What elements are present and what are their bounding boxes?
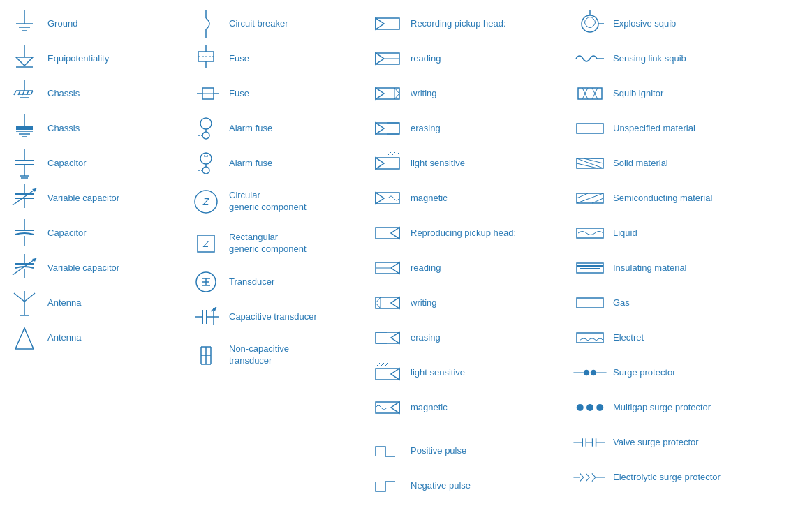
item-negative-pulse: Negative pulse	[370, 469, 566, 503]
svg-line-139	[584, 158, 603, 163]
label-variable-cap2: Variable capacitor	[47, 262, 119, 274]
item-liquid: Liquid	[573, 216, 810, 250]
item-gas: Gas	[573, 286, 810, 320]
sym-insulating	[573, 253, 607, 283]
svg-rect-17	[16, 126, 33, 130]
svg-marker-115	[376, 297, 381, 308]
sym-antenna2	[7, 322, 42, 353]
sym-gas	[573, 288, 607, 318]
svg-line-42	[14, 293, 24, 302]
item-rph-light: light sensitive	[370, 147, 566, 180]
label-ground: Ground	[47, 18, 77, 30]
item-explosive-squib: Explosive squib	[573, 7, 810, 40]
label-variable-cap1: Variable capacitor	[47, 193, 119, 204]
item-capacitor1: Capacitor	[7, 147, 182, 180]
sym-repr-magnetic	[370, 392, 405, 423]
svg-rect-106	[376, 193, 399, 204]
col3: Recording pickup head: reading writi	[367, 7, 569, 506]
svg-rect-116	[376, 332, 399, 343]
item-capacitive-transducer: Capacitive transducer	[189, 300, 363, 334]
sym-liquid	[573, 218, 607, 248]
col2: Circuit breaker Fuse	[185, 7, 367, 506]
svg-rect-108	[376, 228, 399, 239]
item-sensing-squib: Sensing link squib	[573, 42, 810, 75]
label-rph-magnetic: magnetic	[411, 193, 448, 204]
label-repr-writing: writing	[411, 297, 437, 309]
item-alarm-fuse1: Alarm fuse	[189, 112, 363, 145]
sym-squib-ignitor	[573, 78, 607, 109]
label-non-capacitive-transducer: Non-capacitive transducer	[229, 343, 289, 367]
item-capacitor2: Capacitor	[7, 216, 182, 250]
svg-rect-120	[376, 369, 399, 380]
item-rph-label: Recording pickup head:	[370, 7, 566, 40]
svg-point-154	[591, 370, 597, 376]
svg-line-11	[14, 91, 16, 95]
sym-solid-material	[573, 148, 607, 179]
label-squib-ignitor: Squib ignitor	[613, 88, 663, 100]
label-valve-surge: Valve surge protector	[613, 437, 699, 449]
item-carbon-block: Carbon block surge protector	[573, 496, 810, 506]
sym-equipotentiality	[7, 43, 42, 74]
label-repr-light: light sensitive	[411, 367, 465, 379]
label-repr-magnetic: magnetic	[411, 402, 448, 414]
item-surge-protector: Surge protector	[573, 356, 810, 389]
item-multigap: Multigap surge protector	[573, 391, 810, 424]
label-unspecified-material: Unspecified material	[613, 123, 695, 135]
svg-point-57	[200, 118, 212, 129]
sym-circuit-breaker	[189, 8, 223, 39]
sym-sensing-squib	[573, 43, 607, 74]
label-sensing-squib: Sensing link squib	[613, 53, 686, 65]
label-positive-pulse: Positive pulse	[411, 445, 466, 457]
svg-marker-114	[391, 297, 399, 308]
label-transducer: Transducer	[229, 276, 274, 288]
svg-marker-107	[376, 193, 384, 204]
label-repr-reading: reading	[411, 262, 441, 274]
label-capacitor2: Capacitor	[47, 228, 87, 239]
svg-rect-101	[376, 158, 399, 169]
item-circuit-breaker: Circuit breaker	[189, 7, 363, 40]
col1: Ground Equipotentiality	[3, 7, 185, 506]
label-rph-light: light sensitive	[411, 158, 465, 170]
item-insulating: Insulating material	[573, 251, 810, 285]
sym-transducer	[189, 267, 223, 297]
sym-rph-erasing	[370, 113, 405, 144]
item-positive-pulse: Positive pulse	[370, 434, 566, 468]
svg-line-105	[397, 152, 399, 155]
item-variable-cap2: Variable capacitor	[7, 251, 182, 285]
svg-marker-102	[376, 158, 384, 169]
sym-non-capacitive-transducer	[189, 336, 223, 374]
sym-rph-writing	[370, 78, 405, 109]
svg-point-153	[584, 370, 590, 376]
item-unspecified-material: Unspecified material	[573, 112, 810, 145]
sym-ground	[7, 8, 42, 39]
sym-repr-erasing	[370, 322, 405, 353]
svg-line-144	[577, 193, 588, 198]
svg-point-156	[577, 404, 584, 411]
svg-line-15	[31, 91, 33, 95]
svg-rect-131	[578, 88, 602, 99]
sym-fuse1	[189, 43, 223, 74]
svg-line-104	[392, 152, 395, 155]
label-rph: Recording pickup head:	[411, 18, 506, 30]
svg-marker-111	[391, 262, 399, 274]
item-solid-material: Solid material	[573, 147, 810, 180]
sym-valve-surge	[573, 427, 607, 458]
item-valve-surge: Valve surge protector	[573, 426, 810, 459]
item-transducer: Transducer	[189, 265, 363, 299]
svg-marker-121	[391, 369, 399, 380]
item-rph-magnetic: magnetic	[370, 181, 566, 215]
sym-repr-reading	[370, 253, 405, 283]
label-semiconducting: Semiconducting material	[613, 193, 712, 204]
item-repr-light: light sensitive	[370, 356, 566, 389]
sym-repr-light	[370, 357, 405, 388]
label-insulating: Insulating material	[613, 262, 687, 274]
sym-alarm-fuse2	[189, 148, 223, 179]
sym-circular-generic: Z	[189, 183, 223, 221]
col4: Explosive squib Sensing link squib	[569, 7, 812, 506]
label-solid-material: Solid material	[613, 158, 668, 170]
label-capacitor1: Capacitor	[47, 158, 87, 170]
label-antenna2: Antenna	[47, 332, 81, 344]
svg-line-145	[592, 198, 603, 203]
sym-rph-reading	[370, 43, 405, 74]
svg-line-143	[577, 193, 603, 203]
